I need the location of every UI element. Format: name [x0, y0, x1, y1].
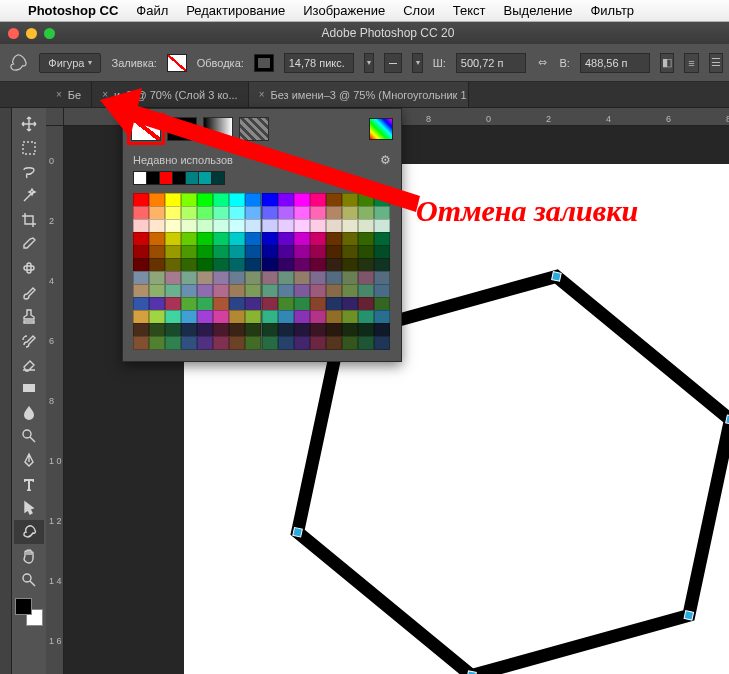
fill-mode-pattern[interactable] — [239, 117, 269, 141]
swatch[interactable] — [197, 336, 213, 350]
swatch[interactable] — [181, 284, 197, 298]
swatch[interactable] — [278, 271, 294, 285]
swatch[interactable] — [245, 219, 261, 233]
menu-layers[interactable]: Слои — [403, 3, 435, 18]
swatch[interactable] — [278, 284, 294, 298]
swatch[interactable] — [229, 245, 245, 259]
swatch[interactable] — [245, 258, 261, 272]
swatch[interactable] — [262, 258, 278, 272]
swatch[interactable] — [213, 258, 229, 272]
swatch[interactable] — [165, 245, 181, 259]
swatch[interactable] — [165, 219, 181, 233]
swatch[interactable] — [278, 219, 294, 233]
stamp-tool[interactable] — [14, 304, 44, 328]
swatch[interactable] — [262, 323, 278, 337]
menu-image[interactable]: Изображение — [303, 3, 385, 18]
recent-swatch[interactable] — [211, 171, 225, 185]
swatch[interactable] — [326, 284, 342, 298]
menu-text[interactable]: Текст — [453, 3, 486, 18]
swatch[interactable] — [326, 336, 342, 350]
blur-tool[interactable] — [14, 400, 44, 424]
swatch[interactable] — [165, 232, 181, 246]
swatch[interactable] — [310, 219, 326, 233]
swatch[interactable] — [358, 258, 374, 272]
swatch[interactable] — [374, 310, 390, 324]
swatch[interactable] — [213, 219, 229, 233]
swatch[interactable] — [229, 258, 245, 272]
swatch[interactable] — [149, 219, 165, 233]
swatch[interactable] — [133, 206, 149, 220]
swatch[interactable] — [358, 323, 374, 337]
ruler-origin[interactable] — [46, 108, 64, 126]
swatch[interactable] — [197, 310, 213, 324]
swatch[interactable] — [213, 206, 229, 220]
swatch[interactable] — [278, 245, 294, 259]
close-tab-icon[interactable]: × — [56, 89, 62, 100]
path-operations-button[interactable]: ◧ — [660, 53, 674, 73]
swatch[interactable] — [213, 245, 229, 259]
swatch[interactable] — [245, 271, 261, 285]
swatch[interactable] — [262, 219, 278, 233]
swatch[interactable] — [342, 258, 358, 272]
swatch[interactable] — [294, 206, 310, 220]
swatch[interactable] — [326, 271, 342, 285]
menu-edit[interactable]: Редактирование — [186, 3, 285, 18]
recent-swatch[interactable] — [198, 171, 212, 185]
swatch[interactable] — [149, 323, 165, 337]
swatch[interactable] — [197, 193, 213, 207]
dodge-tool[interactable] — [14, 424, 44, 448]
swatch[interactable] — [149, 232, 165, 246]
swatch[interactable] — [133, 323, 149, 337]
eraser-tool[interactable] — [14, 352, 44, 376]
swatch[interactable] — [310, 232, 326, 246]
swatch[interactable] — [165, 284, 181, 298]
swatch[interactable] — [278, 193, 294, 207]
shape-mode-dropdown[interactable]: Фигура ▾ — [39, 53, 101, 73]
swatch[interactable] — [213, 284, 229, 298]
swatch[interactable] — [310, 258, 326, 272]
swatch[interactable] — [294, 232, 310, 246]
swatch[interactable] — [374, 206, 390, 220]
collapsed-panels[interactable] — [0, 108, 12, 674]
swatch[interactable] — [262, 336, 278, 350]
swatch[interactable] — [181, 323, 197, 337]
swatch[interactable] — [229, 323, 245, 337]
swatch[interactable] — [149, 206, 165, 220]
swatch[interactable] — [358, 206, 374, 220]
swatch[interactable] — [342, 271, 358, 285]
swatch[interactable] — [342, 284, 358, 298]
swatch[interactable] — [213, 310, 229, 324]
gradient-tool[interactable] — [14, 376, 44, 400]
swatch[interactable] — [326, 232, 342, 246]
recent-swatch[interactable] — [159, 171, 173, 185]
swatch[interactable] — [197, 271, 213, 285]
stroke-style-dropdown[interactable]: ▾ — [412, 53, 422, 73]
swatch[interactable] — [197, 297, 213, 311]
swatch[interactable] — [149, 271, 165, 285]
swatch[interactable] — [197, 232, 213, 246]
custom-shape-tool[interactable] — [14, 520, 44, 544]
swatch[interactable] — [374, 245, 390, 259]
swatch[interactable] — [197, 258, 213, 272]
swatch[interactable] — [213, 323, 229, 337]
heal-tool[interactable] — [14, 256, 44, 280]
fill-mode-gradient[interactable] — [203, 117, 233, 141]
recent-swatch[interactable] — [133, 171, 147, 185]
swatch[interactable] — [310, 193, 326, 207]
swatch[interactable] — [213, 232, 229, 246]
swatch[interactable] — [165, 297, 181, 311]
swatch[interactable] — [342, 206, 358, 220]
swatch[interactable] — [358, 232, 374, 246]
swatch[interactable] — [165, 336, 181, 350]
swatch[interactable] — [374, 219, 390, 233]
swatch[interactable] — [342, 219, 358, 233]
swatch[interactable] — [181, 193, 197, 207]
stroke-style-button[interactable] — [384, 53, 402, 73]
swatch[interactable] — [342, 232, 358, 246]
swatch[interactable] — [294, 245, 310, 259]
swatch[interactable] — [229, 219, 245, 233]
swatch[interactable] — [342, 323, 358, 337]
swatch[interactable] — [294, 310, 310, 324]
swatch[interactable] — [310, 284, 326, 298]
swatch[interactable] — [245, 245, 261, 259]
